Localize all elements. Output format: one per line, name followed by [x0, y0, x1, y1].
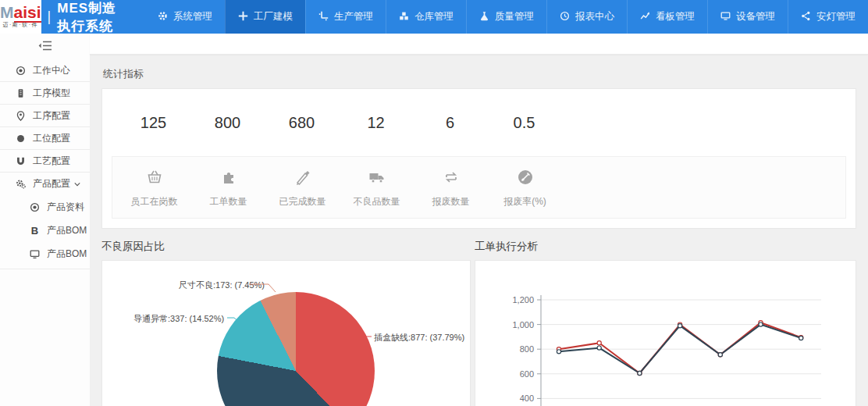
- nav-item-factory-modeling[interactable]: 工厂建模: [225, 0, 305, 34]
- pie-label-size-defect: 尺寸不良:173: (7.45%): [179, 280, 265, 291]
- main-area: 统计指标 125 800 680 12 6 0.5 员工在岗数: [90, 34, 868, 406]
- nav-item-andon[interactable]: 安灯管理: [788, 0, 868, 34]
- charts-row: 不良原因占比 尺寸不良:173: (7.45%) 导通异常:337: (14.5…: [101, 240, 856, 406]
- stat-value-completed: 680: [265, 114, 339, 132]
- line-chart[interactable]: 1,2001,000800600400: [475, 261, 856, 406]
- nav-item-equipment[interactable]: 设备管理: [707, 0, 788, 34]
- pie-chart[interactable]: [217, 292, 375, 406]
- truck-icon: [368, 169, 386, 186]
- brand-text: Maisi: [0, 5, 41, 20]
- stat-label-employees: 员工在岗数: [117, 195, 191, 208]
- sidebar-item-craft-config[interactable]: 工艺配置: [0, 150, 90, 173]
- mes-dashboard: Maisi 迈·斯·软·件 | MES制造执行系统 系统管理 工厂建模 生产管理…: [0, 0, 868, 406]
- line-chart-card: 1,2001,000800600400: [475, 260, 856, 406]
- collapse-menu-icon[interactable]: [0, 34, 90, 57]
- stat-label-scrap-rate: 报废率(%): [488, 195, 562, 208]
- top-navbar: Maisi 迈·斯·软·件 | MES制造执行系统 系统管理 工厂建模 生产管理…: [0, 0, 868, 34]
- stats-values-row: 125 800 680 12 6 0.5: [102, 89, 856, 156]
- craft-config-icon: [16, 156, 26, 166]
- nav-item-report-center[interactable]: 报表中心: [546, 0, 627, 34]
- stats-card: 125 800 680 12 6 0.5 员工在岗数 工单数量: [101, 88, 856, 229]
- warehouse-icon: [399, 11, 409, 23]
- title-separator: |: [48, 9, 52, 25]
- pie-label-conduction: 导通异常:337: (14.52%): [133, 313, 224, 325]
- pie-chart-card: 尺寸不良:173: (7.45%) 导通异常:337: (14.52%) 插盒缺…: [101, 260, 471, 406]
- stats-labels-row: 员工在岗数 工单数量 已完成数量 不良品数量: [112, 156, 846, 219]
- sidebar-subitem-product-bom-2[interactable]: 产品BOM: [0, 242, 90, 265]
- app-title: MES制造执行系统: [57, 0, 117, 35]
- product-config-submenu: 产品资料 B 产品BOM 产品BOM: [0, 195, 90, 269]
- svg-text:1,200: 1,200: [512, 295, 534, 304]
- svg-text:400: 400: [520, 394, 534, 403]
- top-nav-menu: 系统管理 工厂建模 生产管理 仓库管理 质量管理 报表中心: [145, 0, 868, 34]
- sidebar-item-process-config[interactable]: 工序配置: [0, 105, 90, 127]
- tools-circle-icon: [517, 169, 534, 186]
- nav-item-warehouse[interactable]: 仓库管理: [386, 0, 466, 34]
- nav-item-quality[interactable]: 质量管理: [466, 0, 546, 34]
- product-config-icon: [16, 179, 26, 189]
- andon-icon: [801, 11, 811, 23]
- repeat-icon: [443, 169, 460, 186]
- station-config-icon: [16, 134, 26, 144]
- nav-item-kanban[interactable]: 看板管理: [627, 0, 707, 34]
- line-chart-panel: 工单执行分析 1,2001,000800600400: [475, 240, 856, 406]
- sidebar-item-station-config[interactable]: 工位配置: [0, 127, 90, 150]
- bom-letter-icon: B: [30, 225, 40, 237]
- nav-item-system[interactable]: 系统管理: [145, 0, 225, 34]
- logo[interactable]: Maisi 迈·斯·软·件: [0, 0, 41, 34]
- sidebar-menu: 工作中心 工序模型 工序配置 工位配置 工艺配置 产品配置: [0, 59, 90, 269]
- factory-modeling-icon: [238, 11, 248, 23]
- stat-label-defects: 不良品数量: [340, 195, 414, 208]
- stat-label-completed: 已完成数量: [265, 195, 340, 208]
- kanban-icon: [640, 11, 650, 23]
- pie-chart-panel: 不良原因占比 尺寸不良:173: (7.45%) 导通异常:337: (14.5…: [101, 240, 471, 406]
- stat-label-scrap: 报废数量: [414, 195, 488, 208]
- stat-value-workorders: 800: [190, 114, 265, 132]
- product-data-icon: [30, 202, 40, 212]
- pie-chart-title: 不良原因占比: [101, 240, 471, 254]
- brand-subtitle: 迈·斯·软·件: [3, 21, 39, 29]
- report-center-icon: [560, 11, 570, 23]
- sidebar-item-work-center[interactable]: 工作中心: [0, 59, 90, 82]
- sidebar-subitem-product-bom-1[interactable]: B 产品BOM: [0, 219, 90, 242]
- process-config-icon: [16, 111, 26, 121]
- tab-strip[interactable]: [90, 34, 868, 55]
- stat-value-defects: 12: [339, 114, 413, 132]
- sidebar-subitem-product-data[interactable]: 产品资料: [0, 195, 90, 219]
- svg-text:800: 800: [520, 344, 534, 354]
- chevron-down-icon: [74, 179, 80, 190]
- stats-section-title: 统计指标: [103, 67, 856, 81]
- sidebar: 工作中心 工序模型 工序配置 工位配置 工艺配置 产品配置: [0, 34, 90, 406]
- work-center-icon: [16, 66, 26, 76]
- stat-label-workorders: 工单数量: [191, 195, 265, 208]
- gear-icon: [158, 11, 168, 23]
- nav-item-production[interactable]: 生产管理: [305, 0, 386, 34]
- sidebar-item-process-model[interactable]: 工序模型: [0, 82, 90, 105]
- basket-icon: [146, 169, 163, 186]
- bom-monitor-icon: [30, 249, 40, 259]
- pie-label-box-missing-wire: 插盒缺线:877: (37.79%): [374, 332, 464, 344]
- line-chart-title: 工单执行分析: [475, 240, 856, 254]
- equipment-icon: [720, 11, 731, 23]
- pen-icon: [294, 169, 311, 186]
- puzzle-icon: [220, 169, 237, 186]
- stat-value-scrap: 6: [413, 114, 487, 132]
- svg-text:600: 600: [520, 369, 534, 379]
- stat-value-scrap-rate: 0.5: [487, 114, 561, 132]
- sidebar-item-product-config[interactable]: 产品配置: [0, 173, 90, 195]
- process-model-icon: [16, 88, 26, 98]
- svg-text:1,000: 1,000: [512, 320, 534, 329]
- quality-icon: [479, 11, 489, 23]
- content: 统计指标 125 800 680 12 6 0.5 员工在岗数: [90, 55, 868, 406]
- stat-value-employees: 125: [116, 114, 190, 132]
- app-title-wrap: | MES制造执行系统: [48, 0, 117, 34]
- production-icon: [318, 11, 329, 23]
